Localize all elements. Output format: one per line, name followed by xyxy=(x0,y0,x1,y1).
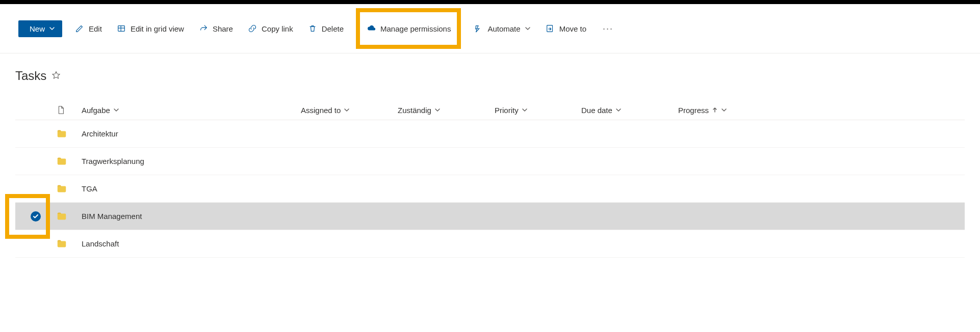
column-header-progress[interactable]: Progress xyxy=(678,106,765,115)
share-icon xyxy=(198,23,209,34)
share-button[interactable]: Share xyxy=(196,20,235,37)
svg-rect-0 xyxy=(118,26,125,32)
column-type-icon[interactable] xyxy=(56,105,82,115)
row-select-toggle[interactable] xyxy=(15,211,56,222)
window-titlebar-strip xyxy=(0,0,980,4)
list-title: Tasks xyxy=(15,69,46,83)
column-header-zustandig[interactable]: Zuständig xyxy=(398,106,495,115)
command-bar: New Edit Edit in grid view Share Copy li… xyxy=(0,4,980,53)
copy-link-label: Copy link xyxy=(262,24,293,33)
folder-icon xyxy=(56,183,82,195)
trash-icon xyxy=(307,23,318,34)
delete-button[interactable]: Delete xyxy=(305,20,346,37)
column-header-label: Priority xyxy=(495,106,519,115)
chevron-down-icon xyxy=(434,106,441,115)
automate-button[interactable]: Automate xyxy=(471,20,532,37)
column-header-label: Progress xyxy=(678,106,709,115)
folder-icon xyxy=(56,128,82,140)
list-item[interactable]: Architektur xyxy=(15,120,965,148)
chevron-down-icon xyxy=(344,106,350,115)
copy-link-button[interactable]: Copy link xyxy=(245,20,295,37)
list-item[interactable]: Tragwerksplanung xyxy=(15,148,965,175)
grid-header-row: Aufgabe Assigned to Zuständig Priority xyxy=(15,100,965,120)
chevron-down-icon xyxy=(522,106,528,115)
edit-in-grid-button[interactable]: Edit in grid view xyxy=(114,20,186,37)
chevron-down-icon xyxy=(525,24,531,33)
chevron-down-icon xyxy=(49,24,55,33)
column-header-due-date[interactable]: Due date xyxy=(581,106,678,115)
column-header-assigned-to[interactable]: Assigned to xyxy=(301,106,398,115)
folder-icon xyxy=(56,156,82,167)
overflow-menu-button[interactable]: ··· xyxy=(599,23,617,34)
column-header-label: Due date xyxy=(581,106,612,115)
column-header-priority[interactable]: Priority xyxy=(495,106,581,115)
favorite-star-icon[interactable] xyxy=(51,71,61,81)
flow-icon xyxy=(473,23,483,34)
link-icon xyxy=(247,23,257,34)
manage-permissions-button[interactable]: Manage permissions xyxy=(364,20,453,37)
selected-check-icon xyxy=(31,211,41,222)
column-header-label: Aufgabe xyxy=(82,106,110,115)
share-label: Share xyxy=(213,24,233,33)
list-item[interactable]: Landschaft xyxy=(15,230,965,258)
move-to-label: Move to xyxy=(559,24,586,33)
cloud-permissions-icon xyxy=(366,23,376,34)
chevron-down-icon xyxy=(113,106,119,115)
pencil-icon xyxy=(74,23,85,34)
item-name-cell[interactable]: Tragwerksplanung xyxy=(82,157,301,165)
new-button-label: New xyxy=(30,24,45,33)
annotation-highlight-manage-permissions: Manage permissions xyxy=(356,8,461,49)
items-grid: Aufgabe Assigned to Zuständig Priority xyxy=(15,100,965,258)
edit-label: Edit xyxy=(89,24,102,33)
list-item[interactable]: TGA xyxy=(15,175,965,203)
edit-in-grid-label: Edit in grid view xyxy=(131,24,184,33)
item-name: Landschaft xyxy=(82,239,119,248)
move-icon xyxy=(545,23,555,34)
manage-permissions-label: Manage permissions xyxy=(380,24,451,33)
grid-icon xyxy=(116,23,126,34)
item-name-cell[interactable]: Architektur xyxy=(82,129,301,138)
list-title-row: Tasks xyxy=(15,69,965,83)
item-name: BIM Management xyxy=(82,212,142,220)
item-name-cell[interactable]: TGA xyxy=(82,184,301,193)
move-to-button[interactable]: Move to xyxy=(543,20,588,37)
chevron-down-icon xyxy=(721,106,727,115)
item-name: TGA xyxy=(82,184,97,193)
svg-rect-1 xyxy=(547,25,552,32)
list-item-selected[interactable]: BIM Management xyxy=(15,203,965,230)
folder-icon xyxy=(56,211,82,222)
main-content: Tasks Aufgabe Assigned to xyxy=(0,53,980,258)
item-name: Architektur xyxy=(82,129,118,138)
edit-button[interactable]: Edit xyxy=(72,20,104,37)
automate-label: Automate xyxy=(487,24,520,33)
item-name: Tragwerksplanung xyxy=(82,157,144,165)
sort-ascending-icon xyxy=(712,106,718,115)
item-name-cell[interactable]: BIM Management xyxy=(82,212,301,220)
folder-icon xyxy=(56,238,82,250)
new-button[interactable]: New xyxy=(18,20,62,37)
delete-label: Delete xyxy=(322,24,344,33)
chevron-down-icon xyxy=(615,106,622,115)
grid-body: Architektur Tragwerksplanung TGA xyxy=(15,120,965,258)
column-header-label: Assigned to xyxy=(301,106,341,115)
item-name-cell[interactable]: Landschaft xyxy=(82,239,301,248)
column-header-aufgabe[interactable]: Aufgabe xyxy=(82,106,301,115)
column-header-label: Zuständig xyxy=(398,106,431,115)
